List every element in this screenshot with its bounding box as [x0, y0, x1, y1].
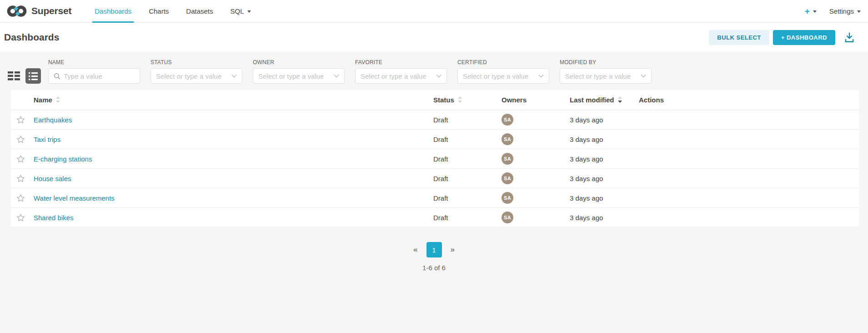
- column-header-actions: Actions: [639, 96, 859, 104]
- content-area: NAME STATUS Select or type a value: [0, 52, 868, 333]
- filter-favorite: FAVORITE Select or type a value: [355, 59, 447, 84]
- filter-label: OWNER: [253, 59, 345, 66]
- grid-icon: [8, 71, 20, 81]
- favorite-star-button[interactable]: [16, 135, 25, 144]
- favorite-star-button[interactable]: [16, 174, 25, 183]
- status-cell: Draft: [433, 116, 502, 124]
- owner-avatar: SA: [502, 114, 513, 126]
- status-cell: Draft: [433, 194, 502, 202]
- superset-infinity-icon: [6, 5, 27, 17]
- name-search-box: [48, 68, 140, 84]
- status-cell: Draft: [433, 175, 502, 182]
- owner-avatar: SA: [502, 133, 513, 145]
- status-select[interactable]: Select or type a value: [151, 68, 242, 84]
- chevron-down-icon: [813, 10, 817, 13]
- new-item-menu-button[interactable]: +: [805, 7, 817, 15]
- status-cell: Draft: [433, 136, 502, 143]
- dashboard-link[interactable]: House sales: [34, 175, 71, 182]
- header-actions: BULK SELECT + DASHBOARD: [709, 30, 855, 45]
- next-page-button[interactable]: »: [449, 243, 457, 256]
- table-row: E-charging stations Draft SA 3 days ago: [11, 149, 859, 169]
- owner-avatar: SA: [502, 212, 513, 223]
- card-view-toggle[interactable]: [6, 68, 21, 84]
- chevron-down-icon: [231, 74, 237, 78]
- search-icon: [54, 73, 60, 80]
- column-header-status[interactable]: Status: [433, 96, 502, 104]
- import-dashboards-button[interactable]: [843, 30, 855, 44]
- owner-avatar: SA: [502, 192, 513, 204]
- page-1-button[interactable]: 1: [426, 242, 442, 257]
- pagination-summary: 1-6 of 6: [0, 264, 868, 272]
- nav-item-dashboards[interactable]: Dashboards: [86, 0, 140, 22]
- dashboard-link[interactable]: Earthquakes: [34, 116, 72, 124]
- favorite-select[interactable]: Select or type a value: [355, 68, 447, 84]
- pagination: « 1 »: [0, 242, 868, 257]
- column-header-owners: Owners: [502, 96, 570, 104]
- modified-by-select[interactable]: Select or type a value: [560, 68, 652, 84]
- last-modified-cell: 3 days ago: [570, 116, 639, 124]
- dashboard-link[interactable]: Shared bikes: [34, 214, 74, 222]
- favorite-star-button[interactable]: [16, 116, 25, 124]
- filter-label: MODIFIED BY: [560, 59, 652, 66]
- nav-item-datasets[interactable]: Datasets: [177, 0, 221, 22]
- last-modified-cell: 3 days ago: [570, 136, 639, 143]
- column-header-last-modified[interactable]: Last modified: [570, 96, 639, 104]
- last-modified-cell: 3 days ago: [570, 214, 639, 222]
- settings-menu-button[interactable]: Settings: [829, 7, 861, 15]
- sort-desc-icon: [618, 96, 622, 103]
- status-cell: Draft: [433, 155, 502, 163]
- favorite-star-button[interactable]: [16, 155, 25, 163]
- chevron-down-icon: [857, 10, 861, 13]
- dashboard-link[interactable]: Taxi trips: [34, 136, 60, 143]
- favorite-star-button[interactable]: [16, 194, 25, 202]
- dashboards-table: Name Status Owners Last modified: [11, 90, 859, 227]
- prev-page-button[interactable]: «: [411, 243, 419, 256]
- filter-label: STATUS: [151, 59, 242, 66]
- nav-item-sql[interactable]: SQL: [222, 0, 260, 22]
- download-icon: [843, 31, 855, 43]
- status-cell: Draft: [433, 214, 502, 222]
- chevron-down-icon: [436, 74, 442, 78]
- navbar-right: + Settings: [805, 7, 862, 15]
- filter-label: NAME: [48, 59, 140, 66]
- page-header: Dashboards BULK SELECT + DASHBOARD: [0, 23, 868, 52]
- dashboard-link[interactable]: E-charging stations: [34, 155, 92, 163]
- table-row: Water level measurements Draft SA 3 days…: [11, 188, 859, 208]
- dashboard-link[interactable]: Water level measurements: [34, 194, 115, 202]
- owner-avatar: SA: [502, 153, 513, 165]
- name-search-input[interactable]: [64, 72, 135, 80]
- last-modified-cell: 3 days ago: [570, 194, 639, 202]
- owner-avatar: SA: [502, 172, 513, 184]
- new-dashboard-button[interactable]: + DASHBOARD: [773, 30, 835, 45]
- top-navbar: Superset Dashboards Charts Datasets SQL …: [0, 0, 868, 23]
- brand-name: Superset: [31, 5, 71, 16]
- sort-icon: [56, 96, 60, 103]
- column-header-name[interactable]: Name: [34, 96, 433, 104]
- owner-select[interactable]: Select or type a value: [253, 68, 345, 84]
- list-view-toggle[interactable]: [25, 68, 41, 84]
- page-title: Dashboards: [4, 32, 59, 43]
- filter-label: FAVORITE: [355, 59, 447, 66]
- table-row: Shared bikes Draft SA 3 days ago: [11, 208, 859, 227]
- table-row: Earthquakes Draft SA 3 days ago: [11, 110, 859, 130]
- main-nav: Dashboards Charts Datasets SQL: [86, 0, 259, 22]
- certified-select[interactable]: Select or type a value: [457, 68, 549, 84]
- chevron-down-icon: [538, 74, 544, 78]
- favorite-star-button[interactable]: [16, 213, 25, 222]
- filter-certified: CERTIFIED Select or type a value: [457, 59, 549, 84]
- filters: NAME STATUS Select or type a value: [48, 59, 652, 84]
- filter-bar: NAME STATUS Select or type a value: [0, 59, 868, 84]
- superset-logo[interactable]: Superset: [6, 5, 71, 17]
- table-row: Taxi trips Draft SA 3 days ago: [11, 130, 859, 149]
- nav-item-charts[interactable]: Charts: [140, 0, 177, 22]
- view-toggles: [6, 68, 41, 84]
- chevron-down-icon: [247, 10, 251, 13]
- table-header-row: Name Status Owners Last modified: [11, 90, 859, 110]
- filter-label: CERTIFIED: [457, 59, 549, 66]
- chevron-down-icon: [641, 74, 646, 78]
- filter-modified-by: MODIFIED BY Select or type a value: [560, 59, 652, 84]
- filter-name: NAME: [48, 59, 140, 84]
- sort-icon: [458, 96, 462, 103]
- bulk-select-button[interactable]: BULK SELECT: [709, 30, 769, 45]
- filter-owner: OWNER Select or type a value: [253, 59, 345, 84]
